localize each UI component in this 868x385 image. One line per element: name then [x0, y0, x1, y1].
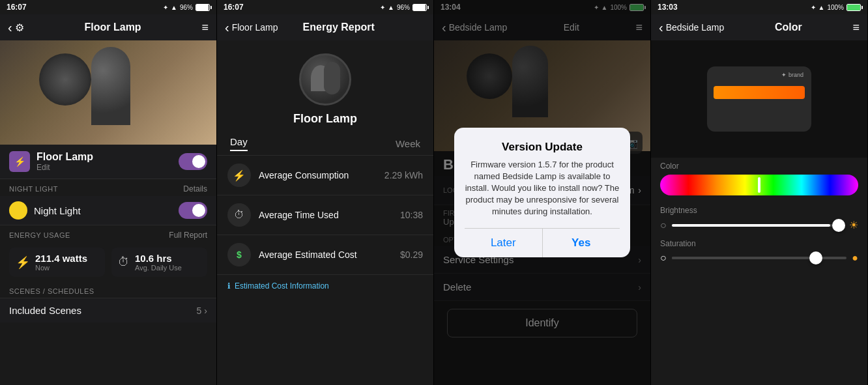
- dialog-title: Version Update: [465, 141, 620, 154]
- stat-label-consumption: Average Consumption: [259, 170, 349, 180]
- gear-icon[interactable]: ⚙: [15, 21, 24, 34]
- battery-fill-1: [196, 5, 209, 10]
- nav-left-4[interactable]: ‹ Bedside Lamp: [659, 21, 724, 34]
- battery-bar-1: [195, 4, 210, 11]
- saturation-fill: [672, 257, 820, 259]
- battery-fill-4: [847, 5, 860, 10]
- saturation-high-icon: ●: [852, 252, 858, 264]
- dialog-later-button[interactable]: Later: [465, 229, 543, 257]
- color-spectrum-bar[interactable]: [660, 175, 858, 195]
- nav-bar-1: ‹ ⚙ Floor Lamp ≡: [0, 14, 216, 40]
- night-light-left: Night Light: [9, 201, 81, 220]
- watts-sub: Now: [35, 264, 87, 272]
- brightness-label: Brightness: [660, 206, 858, 215]
- avatar-label: Floor Lamp: [293, 112, 357, 126]
- back-arrow-icon-2[interactable]: ‹: [225, 21, 229, 34]
- back-arrow-icon-4[interactable]: ‹: [659, 21, 663, 34]
- panel-energy-report: 16:07 ✦ ▲ 96% ‹ Floor Lamp Energy Report…: [217, 0, 434, 385]
- stat-icon-power: ⚡: [227, 164, 251, 187]
- hours-sub: Avg. Daily Use: [135, 264, 182, 272]
- device-name-group: Floor Lamp Edit: [36, 151, 93, 172]
- watts-value: 211.4 watts: [35, 253, 87, 264]
- version-update-dialog: Version Update Firmware version 1.5.7 fo…: [454, 128, 630, 258]
- panel-color-settings: 13:03 ✦ ▲ 100% ‹ Bedside Lamp Color ≡ ✦ …: [651, 0, 868, 385]
- signal-icon: ▲: [171, 4, 177, 11]
- stat-label-time: Average Time Used: [259, 210, 339, 220]
- back-label-2[interactable]: Floor Lamp: [232, 22, 278, 33]
- stat-row-consumption: ⚡ Average Consumption 2.29 kWh: [217, 156, 433, 195]
- device-edit-1[interactable]: Edit: [36, 163, 93, 172]
- full-report-link[interactable]: Full Report: [169, 231, 207, 240]
- brightness-slider-track[interactable]: [672, 224, 844, 227]
- energy-card-hours: ⏱ 10.6 hrs Avg. Daily Use: [111, 248, 207, 277]
- stat-icon-cost: $: [227, 243, 251, 266]
- stat-icon-time: ⏱: [227, 203, 251, 227]
- signal-icon-2: ▲: [388, 4, 394, 11]
- tab-day[interactable]: Day: [230, 136, 248, 151]
- device-power-toggle[interactable]: [179, 153, 207, 170]
- brightness-thumb[interactable]: [832, 219, 845, 232]
- dialog-message: Firmware version 1.5.7 for the product n…: [465, 159, 620, 218]
- device-icon-box: ⚡: [9, 151, 30, 172]
- status-time-4: 13:03: [658, 3, 678, 12]
- status-bar-2: 16:07 ✦ ▲ 96%: [217, 0, 433, 14]
- status-bar-4: 13:03 ✦ ▲ 100%: [651, 0, 867, 14]
- lightning-icon: ⚡: [16, 255, 30, 270]
- back-arrow-icon[interactable]: ‹: [8, 21, 12, 34]
- nav-left-1[interactable]: ‹ ⚙: [8, 21, 24, 34]
- night-light-header: NIGHT LIGHT Details: [0, 179, 216, 196]
- menu-icon-1[interactable]: ≡: [201, 21, 209, 35]
- energy-grid: ⚡ 211.4 watts Now ⏱ 10.6 hrs Avg. Daily …: [0, 242, 216, 282]
- stat-left-cost: $ Average Estimated Cost: [227, 243, 357, 266]
- dialog-buttons: Later Yes: [465, 228, 620, 257]
- battery-bar-2: [412, 4, 427, 11]
- signal-icon-4: ▲: [818, 4, 825, 11]
- battery-pct-4: 100%: [827, 4, 844, 11]
- back-label-4[interactable]: Bedside Lamp: [666, 22, 725, 33]
- night-light-label: Night Light: [34, 205, 81, 216]
- device-image-4: ✦ brand: [651, 40, 867, 158]
- night-light-section-label: NIGHT LIGHT: [9, 185, 58, 193]
- energy-watts-info: 211.4 watts Now: [35, 253, 87, 272]
- scenes-section-label: SCENES / SCHEDULES: [9, 287, 94, 295]
- tab-week[interactable]: Week: [396, 138, 420, 149]
- stat-value-consumption: 2.29 kWh: [384, 170, 423, 180]
- scenes-label: Included Scenes: [9, 305, 81, 316]
- saturation-slider-track[interactable]: [672, 257, 847, 259]
- battery-bar-4: [846, 4, 861, 11]
- saturation-thumb[interactable]: [809, 251, 822, 264]
- scenes-row[interactable]: Included Scenes 5 ›: [0, 298, 216, 322]
- device-name-1: Floor Lamp: [36, 151, 93, 163]
- estimated-note[interactable]: ℹ Estimated Cost Information: [217, 275, 433, 297]
- info-icon: ℹ: [227, 281, 231, 291]
- nav-title-2: Energy Report: [303, 21, 375, 33]
- estimated-note-text: Estimated Cost Information: [235, 281, 329, 291]
- scenes-right: 5 ›: [197, 306, 207, 316]
- panel-floor-lamp-detail: 16:07 ✦ ▲ 96% ‹ ⚙ Floor Lamp ≡ ⚡ Floor L…: [0, 0, 217, 385]
- energy-hours-info: 10.6 hrs Avg. Daily Use: [135, 253, 182, 272]
- brightness-section: Brightness ○ ☀ Saturation ○ ●: [651, 201, 867, 277]
- nav-title-1: Floor Lamp: [85, 21, 141, 33]
- device-info-1: ⚡ Floor Lamp Edit: [0, 145, 216, 179]
- battery-pct-2: 96%: [397, 4, 410, 11]
- night-light-toggle[interactable]: [179, 202, 207, 219]
- status-time-1: 16:07: [7, 3, 27, 12]
- saturation-slider-row: ○ ●: [660, 252, 858, 264]
- nav-bar-2: ‹ Floor Lamp Energy Report: [217, 14, 433, 40]
- hours-value: 10.6 hrs: [135, 253, 182, 264]
- stat-label-cost: Average Estimated Cost: [259, 250, 357, 260]
- day-week-tabs: Day Week: [217, 132, 433, 156]
- nav-left-2[interactable]: ‹ Floor Lamp: [225, 21, 278, 34]
- stat-row-time: ⏱ Average Time Used 10:38: [217, 195, 433, 235]
- menu-icon-4[interactable]: ≡: [852, 21, 860, 35]
- hero-image-1: [0, 40, 216, 145]
- bedside-lamp-graphic: ✦ brand: [707, 66, 811, 132]
- color-bar-wrap: [651, 173, 867, 201]
- battery-pct-1: 96%: [180, 4, 193, 11]
- stat-value-time: 10:38: [400, 210, 423, 220]
- color-marker: [758, 177, 760, 193]
- dialog-yes-button[interactable]: Yes: [543, 229, 620, 257]
- stat-value-cost: $0.29: [400, 250, 423, 260]
- nav-title-4: Color: [775, 21, 802, 33]
- night-light-details-link[interactable]: Details: [183, 184, 207, 193]
